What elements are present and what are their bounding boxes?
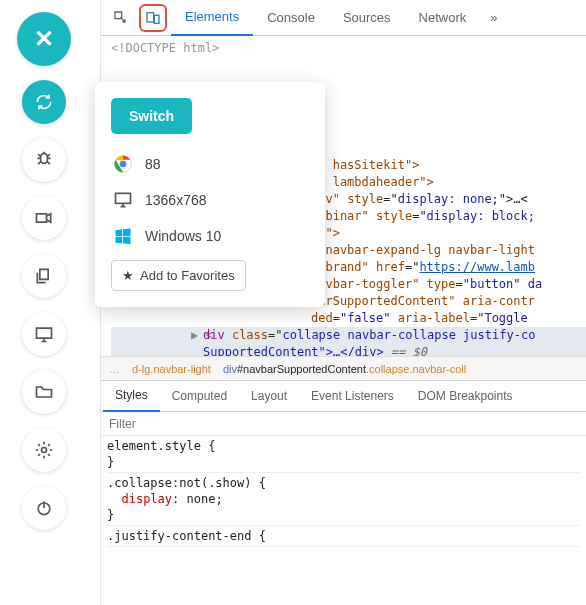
styles-filter-row <box>101 412 586 436</box>
screen-button[interactable] <box>22 312 66 356</box>
styles-tab-styles[interactable]: Styles <box>103 380 160 412</box>
resolution-row: 1366x768 <box>111 182 309 218</box>
styles-tab-computed[interactable]: Computed <box>160 380 239 412</box>
browser-version-label: 88 <box>145 156 161 172</box>
inspect-element-button[interactable] <box>107 4 135 32</box>
svg-rect-6 <box>116 193 131 203</box>
sync-button[interactable] <box>22 80 66 124</box>
css-rule: .justify-content-end { <box>107 528 580 547</box>
folder-button[interactable] <box>22 370 66 414</box>
add-to-favorites-button[interactable]: ★ Add to Favorites <box>111 260 246 291</box>
devtools-tabbar: Elements Console Sources Network » <box>101 0 586 36</box>
monitor-icon <box>113 190 133 210</box>
dom-selected-line-2: SupportedContent">…</div> == $0 <box>111 344 586 356</box>
breadcrumb-item[interactable]: d-lg.navbar-light <box>132 363 211 375</box>
inspect-icon <box>113 10 129 26</box>
svg-point-0 <box>42 448 47 453</box>
more-tabs-button[interactable]: » <box>480 10 507 25</box>
styles-tab-event[interactable]: Event Listeners <box>299 380 406 412</box>
video-button[interactable] <box>22 196 66 240</box>
styles-filter-input[interactable] <box>109 417 578 431</box>
toggle-device-toolbar-button[interactable] <box>139 4 167 32</box>
styles-body[interactable]: element.style {} .collapse:not(.show) { … <box>101 436 586 551</box>
bug-button[interactable] <box>22 138 66 182</box>
tab-elements[interactable]: Elements <box>171 0 253 36</box>
bug-icon <box>34 150 54 170</box>
video-icon <box>34 208 54 228</box>
styles-tab-dom-bp[interactable]: DOM Breakpoints <box>406 380 525 412</box>
tab-console[interactable]: Console <box>253 0 329 36</box>
gear-icon <box>34 440 54 460</box>
chrome-icon <box>113 154 133 174</box>
tab-network[interactable]: Network <box>405 0 481 36</box>
svg-rect-3 <box>154 15 159 23</box>
os-row: Windows 10 <box>111 218 309 254</box>
svg-rect-2 <box>147 12 154 21</box>
settings-button[interactable] <box>22 428 66 472</box>
windows-icon <box>113 226 133 246</box>
screen-icon <box>34 324 54 344</box>
os-label: Windows 10 <box>145 228 221 244</box>
breadcrumb-selected[interactable]: div#navbarSupportedContent.collapse.navb… <box>223 363 466 375</box>
device-icon <box>145 10 161 26</box>
dom-line: ded="false" aria-label="Toggle <box>111 310 586 327</box>
copy-icon <box>34 266 54 286</box>
star-icon: ★ <box>122 268 134 283</box>
folder-icon <box>34 382 54 402</box>
power-button[interactable] <box>22 486 66 530</box>
svg-point-5 <box>120 161 127 168</box>
close-button[interactable]: ✕ <box>17 12 71 66</box>
dom-breadcrumb[interactable]: … d-lg.navbar-light div#navbarSupportedC… <box>101 356 586 380</box>
dom-selected-line[interactable]: ▶ <div class="collapse navbar-collapse j… <box>111 327 586 344</box>
tab-sources[interactable]: Sources <box>329 0 405 36</box>
styles-tabbar: Styles Computed Layout Event Listeners D… <box>101 380 586 412</box>
styles-tab-layout[interactable]: Layout <box>239 380 299 412</box>
resolution-label: 1366x768 <box>145 192 207 208</box>
power-icon <box>34 498 54 518</box>
sync-icon <box>34 92 54 112</box>
favorites-label: Add to Favorites <box>140 268 235 283</box>
breadcrumb-ellipsis: … <box>109 363 120 375</box>
close-icon: ✕ <box>34 25 54 53</box>
css-rule: .collapse:not(.show) { display: none;} <box>107 475 580 526</box>
session-popover: Switch 88 1366x768 Windows 10 ★ Add to F… <box>95 82 325 307</box>
sidebar: ✕ <box>0 0 88 605</box>
copy-button[interactable] <box>22 254 66 298</box>
switch-button[interactable]: Switch <box>111 98 192 134</box>
browser-row: 88 <box>111 146 309 182</box>
doctype-line: <!DOCTYPE html> <box>111 40 586 57</box>
css-rule: element.style {} <box>107 438 580 473</box>
